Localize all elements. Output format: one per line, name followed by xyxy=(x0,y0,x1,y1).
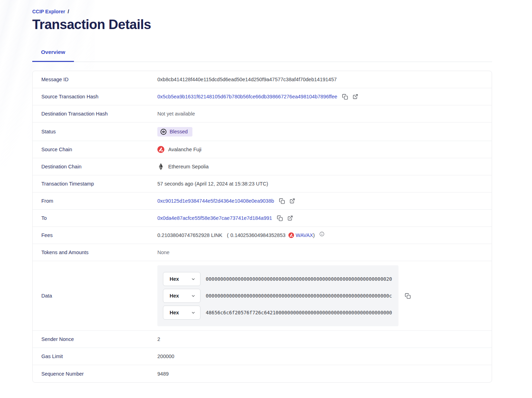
fees-link-amount: 0.21038040747652928 LINK xyxy=(157,232,222,238)
hex-encoding-select[interactable]: Hex xyxy=(163,306,200,320)
message-id-value: 0xb8cb414128f440e115dcd5d6ead50e14d250f9… xyxy=(157,77,337,82)
breadcrumb: CCIP Explorer / xyxy=(32,8,532,14)
transaction-details-page: CCIP Explorer / Transaction Details Over… xyxy=(0,0,532,383)
row-label: Status xyxy=(41,129,157,134)
breadcrumb-separator: / xyxy=(68,8,69,14)
table-row-status: Status Blessed xyxy=(33,123,492,141)
info-icon[interactable] xyxy=(319,231,325,237)
table-row-transaction-timestamp: Transaction Timestamp 57 seconds ago (Ap… xyxy=(33,175,492,193)
row-label: From xyxy=(41,198,157,204)
external-link-icon[interactable] xyxy=(287,215,293,221)
data-line: Hex 48656c6c6f20576f726c6421000000000000… xyxy=(163,306,398,320)
destination-chain-name: Ethereum Sepolia xyxy=(168,164,209,169)
table-row-to: To 0x0da4e87acfce55f58e36e7cae73741e7d18… xyxy=(33,210,492,227)
transaction-details-table: Message ID 0xb8cb414128f440e115dcd5d6ead… xyxy=(32,71,492,383)
copy-icon[interactable] xyxy=(279,198,285,204)
page-title: Transaction Details xyxy=(32,17,532,32)
table-row-source-transaction-hash: Source Transaction Hash 0x5cb5ea9b1631f6… xyxy=(33,88,492,105)
external-link-icon[interactable] xyxy=(353,94,358,99)
row-label: Gas Limit xyxy=(41,354,157,359)
tab-overview[interactable]: Overview xyxy=(32,46,74,62)
sequence-number-value: 9489 xyxy=(157,371,169,377)
table-row-message-id: Message ID 0xb8cb414128f440e115dcd5d6ead… xyxy=(33,71,492,88)
tab-bar: Overview xyxy=(32,46,492,62)
row-label: Data xyxy=(41,293,157,299)
table-row-destination-transaction-hash: Destination Transaction Hash Not yet ava… xyxy=(33,105,492,123)
hex-encoding-select[interactable]: Hex xyxy=(163,272,200,286)
hex-encoding-select-value: Hex xyxy=(170,293,179,299)
destination-transaction-hash-value: Not yet available xyxy=(157,111,195,117)
fees-paren-close: ) xyxy=(313,232,315,238)
status-badge-label: Blessed xyxy=(170,129,188,134)
data-line: Hex 000000000000000000000000000000000000… xyxy=(163,272,398,286)
hex-encoding-select-value: Hex xyxy=(170,276,179,282)
external-link-icon[interactable] xyxy=(289,198,295,204)
status-badge: Blessed xyxy=(157,127,192,137)
data-hex-line: 48656c6c6f20576f726c64210000000000000000… xyxy=(206,310,392,315)
avalanche-logo-icon xyxy=(157,146,164,153)
data-line: Hex 000000000000000000000000000000000000… xyxy=(163,289,398,303)
row-label: Source Chain xyxy=(41,147,157,152)
ethereum-logo-icon xyxy=(157,163,164,170)
row-label: Message ID xyxy=(41,77,157,82)
table-row-sender-nonce: Sender Nonce 2 xyxy=(33,331,492,348)
table-row-data: Data Hex 0000000000000000000000000000000… xyxy=(33,261,492,331)
gas-limit-value: 200000 xyxy=(157,354,174,359)
table-row-tokens-and-amounts: Tokens and Amounts None xyxy=(33,244,492,261)
row-label: Source Transaction Hash xyxy=(41,94,157,99)
data-hex-box: Hex 000000000000000000000000000000000000… xyxy=(157,265,398,326)
sender-nonce-value: 2 xyxy=(157,336,160,342)
hex-encoding-select[interactable]: Hex xyxy=(163,289,200,303)
chevron-down-icon xyxy=(191,310,196,315)
copy-icon[interactable] xyxy=(277,215,283,221)
to-address-link[interactable]: 0x0da4e87acfce55f58e36e7cae73741e7d184a9… xyxy=(157,215,272,221)
transaction-timestamp-value: 57 seconds ago (April 12, 2024 at 15:38:… xyxy=(157,181,268,187)
row-label: Tokens and Amounts xyxy=(41,250,157,255)
fees-paren-open: ( xyxy=(227,232,229,238)
from-address-link[interactable]: 0xc90125d1e9384744e5f2d4364e10408e0ea903… xyxy=(157,198,274,204)
breadcrumb-link-ccip-explorer[interactable]: CCIP Explorer xyxy=(32,9,65,14)
copy-icon[interactable] xyxy=(405,293,411,299)
source-chain-name: Avalanche Fuji xyxy=(168,147,202,152)
table-row-destination-chain: Destination Chain Ethereum Sepolia xyxy=(33,158,492,175)
row-label: Transaction Timestamp xyxy=(41,181,157,187)
hex-encoding-select-value: Hex xyxy=(170,310,179,315)
copy-icon[interactable] xyxy=(342,94,348,100)
signal-bars-icon xyxy=(160,128,167,135)
table-row-fees: Fees 0.21038040747652928 LINK ( 0.140253… xyxy=(33,227,492,244)
row-label: Sequence Number xyxy=(41,371,157,377)
row-label: To xyxy=(41,215,157,221)
source-transaction-hash-link[interactable]: 0x5cb5ea9b1631f62148105d67b780b56fce66db… xyxy=(157,94,337,99)
table-row-gas-limit: Gas Limit 200000 xyxy=(33,348,492,365)
table-row-source-chain: Source Chain Avalanche Fuji xyxy=(33,141,492,158)
tokens-and-amounts-value: None xyxy=(157,250,170,255)
avalanche-logo-icon xyxy=(288,232,294,238)
row-label: Destination Chain xyxy=(41,164,157,169)
row-label: Fees xyxy=(41,232,157,238)
chevron-down-icon xyxy=(191,277,196,281)
table-row-sequence-number: Sequence Number 9489 xyxy=(33,365,492,382)
row-label: Sender Nonce xyxy=(41,336,157,342)
wavax-token-link[interactable]: WAVAX xyxy=(296,232,313,238)
data-hex-line: 0000000000000000000000000000000000000000… xyxy=(206,293,392,299)
chevron-down-icon xyxy=(191,294,196,298)
fees-native-amount: 0.140253604984352853 xyxy=(230,232,285,238)
table-row-from: From 0xc90125d1e9384744e5f2d4364e10408e0… xyxy=(33,193,492,210)
row-label: Destination Transaction Hash xyxy=(41,111,157,117)
data-hex-line: 0000000000000000000000000000000000000000… xyxy=(206,276,392,282)
